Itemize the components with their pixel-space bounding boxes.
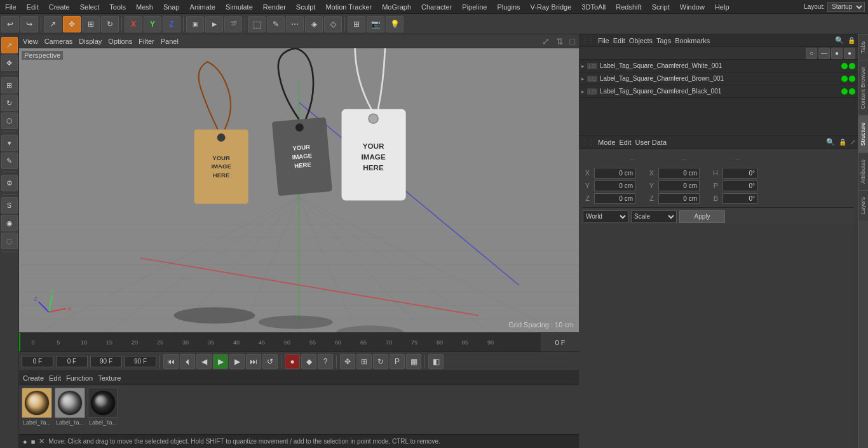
- object-row-0[interactable]: ▸ LO Label_Tag_Square_Chamfered_White_00…: [579, 60, 858, 72]
- attr-lock-icon[interactable]: 🔒: [839, 139, 846, 146]
- help-pb-btn[interactable]: ?: [318, 354, 333, 369]
- menu-3dtoall[interactable]: 3DToAll: [576, 2, 611, 12]
- move-pb-btn[interactable]: ✥: [340, 354, 355, 369]
- poly-btn[interactable]: ◈: [305, 16, 323, 32]
- grid-pb-btn[interactable]: ▦: [406, 354, 421, 369]
- left-tool-triangles[interactable]: ▾: [1, 135, 18, 151]
- dot-vis-2[interactable]: [841, 88, 848, 95]
- left-tool-settings[interactable]: ⚙: [1, 175, 18, 191]
- menu-edit[interactable]: Edit: [22, 2, 44, 12]
- menu-motion-tracker[interactable]: Motion Tracker: [320, 2, 377, 12]
- viewport-3d[interactable]: YOUR IMAGE HERE: [19, 48, 579, 332]
- y-rot-input[interactable]: [658, 180, 700, 191]
- x-axis-btn[interactable]: X: [125, 16, 142, 32]
- loop-btn[interactable]: ↺: [262, 354, 278, 369]
- dot-render-2[interactable]: [849, 88, 855, 95]
- obj-lock-icon[interactable]: 🔒: [848, 37, 855, 44]
- end-frame-field2[interactable]: [125, 356, 156, 367]
- apply-button[interactable]: Apply: [679, 210, 725, 223]
- side-tab-tabs[interactable]: Tabs: [858, 34, 868, 60]
- render-final-btn[interactable]: 🎬: [224, 16, 242, 32]
- mat-menu-edit[interactable]: Edit: [49, 374, 61, 382]
- step-fwd-btn[interactable]: ▶: [229, 354, 245, 369]
- left-tool-circle[interactable]: ◉: [1, 215, 18, 231]
- left-tool-move[interactable]: ✥: [1, 55, 18, 71]
- play-btn[interactable]: ▶: [213, 354, 228, 369]
- left-tool-rotate[interactable]: ↻: [1, 95, 18, 111]
- menu-vray[interactable]: V-Ray Bridge: [526, 2, 577, 12]
- vp-menu-filter[interactable]: Filter: [139, 37, 154, 45]
- attr-menu-edit[interactable]: Edit: [620, 139, 632, 146]
- material-item-2[interactable]: Label_Ta...: [88, 388, 118, 426]
- timeline-ruler[interactable]: 051015202530354045505560657075808590: [19, 333, 541, 351]
- attr-menu-mode[interactable]: Mode: [598, 139, 616, 146]
- obj-menu-edit[interactable]: Edit: [613, 37, 625, 44]
- b-input[interactable]: [722, 193, 757, 204]
- dot-render-1[interactable]: [849, 76, 855, 82]
- status-icon-2[interactable]: ■: [31, 438, 36, 445]
- x-rot-input[interactable]: [658, 168, 700, 179]
- menu-file[interactable]: File: [0, 2, 22, 12]
- start-frame-field[interactable]: [22, 356, 53, 367]
- pen-btn[interactable]: ✎: [267, 16, 285, 32]
- z-rot-input[interactable]: [658, 193, 700, 204]
- grid-btn[interactable]: ⊞: [348, 16, 365, 32]
- dot-vis-1[interactable]: [841, 76, 848, 82]
- side-tab-content-browser[interactable]: Content Browser: [858, 60, 868, 116]
- mat-menu-create[interactable]: Create: [23, 374, 44, 382]
- dot-vis-0[interactable]: [841, 63, 848, 69]
- obj-tb-btn-1[interactable]: ○: [806, 48, 817, 59]
- undo-button[interactable]: ↩: [1, 16, 19, 32]
- object-row-1[interactable]: ▸ LO Label_Tag_Square_Chamfered_Brown_00…: [579, 72, 858, 85]
- material-item-1[interactable]: Label_Ta...: [55, 388, 85, 426]
- menu-pipeline[interactable]: Pipeline: [457, 2, 492, 12]
- status-icon-3[interactable]: ✕: [39, 437, 44, 445]
- scale-select[interactable]: Scale: [631, 210, 677, 223]
- vp-expand-icon[interactable]: ⤢: [542, 36, 550, 46]
- render-region-btn[interactable]: ▣: [186, 16, 204, 32]
- end-frame-field[interactable]: [90, 356, 122, 367]
- attr-search-icon[interactable]: 🔍: [826, 138, 835, 146]
- p-input[interactable]: [722, 180, 757, 191]
- dot-render-0[interactable]: [849, 63, 855, 69]
- vp-maximize-icon[interactable]: □: [570, 36, 575, 46]
- vp-menu-view[interactable]: View: [23, 37, 38, 45]
- h-input[interactable]: [722, 168, 757, 179]
- go-end-btn[interactable]: ⏭: [246, 354, 261, 369]
- z-axis-btn[interactable]: Z: [163, 16, 180, 32]
- redo-button[interactable]: ↪: [20, 16, 38, 32]
- obj-menu-tags[interactable]: Tags: [656, 37, 671, 44]
- timeline-playhead[interactable]: [19, 333, 20, 351]
- object-row-2[interactable]: ▸ LO Label_Tag_Square_Chamfered_Black_00…: [579, 85, 858, 98]
- param-btn[interactable]: P: [390, 354, 405, 369]
- x-pos-input[interactable]: [594, 168, 635, 179]
- light-btn[interactable]: 💡: [386, 16, 403, 32]
- vp-menu-options[interactable]: Options: [108, 37, 132, 45]
- objects-list[interactable]: ▸ LO Label_Tag_Square_Chamfered_White_00…: [579, 60, 858, 136]
- render-preview-btn[interactable]: ▶: [205, 16, 223, 32]
- scale-pb-btn[interactable]: ⊞: [356, 354, 372, 369]
- cursor-tool[interactable]: ↗: [44, 16, 62, 32]
- mat-menu-function[interactable]: Function: [66, 374, 93, 382]
- world-select[interactable]: World: [583, 210, 628, 223]
- timeline-area[interactable]: 051015202530354045505560657075808590 0 F: [19, 332, 579, 351]
- obj-menu-bookmarks[interactable]: Bookmarks: [675, 37, 710, 44]
- obj-tb-btn-3[interactable]: ●: [831, 48, 843, 59]
- vp-menu-panel[interactable]: Panel: [161, 37, 179, 45]
- obj-menu-objects[interactable]: Objects: [629, 37, 653, 44]
- menu-mograph[interactable]: MoGraph: [377, 2, 416, 12]
- menu-character[interactable]: Character: [416, 2, 457, 12]
- layout-select[interactable]: Startup: [827, 2, 865, 12]
- left-tool-grid[interactable]: ⊞: [1, 77, 18, 93]
- menu-window[interactable]: Window: [675, 2, 710, 12]
- obj-tb-btn-2[interactable]: —: [818, 48, 830, 59]
- y-axis-btn[interactable]: Y: [144, 16, 161, 32]
- current-frame-field[interactable]: [56, 356, 88, 367]
- cube-btn[interactable]: ⬚: [248, 16, 266, 32]
- left-tool-paint[interactable]: ◌: [1, 233, 18, 249]
- material-item-0[interactable]: Label_Ta...: [22, 388, 52, 426]
- points-btn[interactable]: ⋯: [286, 16, 304, 32]
- scale-tool[interactable]: ⊞: [82, 16, 100, 32]
- cam-btn[interactable]: 📷: [367, 16, 384, 32]
- menu-select[interactable]: Select: [75, 2, 105, 12]
